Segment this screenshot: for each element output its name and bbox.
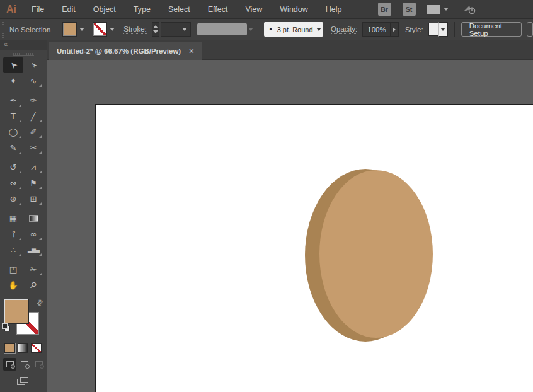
tool-width[interactable]: ∾	[3, 175, 23, 191]
document-setup-button[interactable]: Document Setup	[461, 22, 522, 37]
gradient-icon	[29, 215, 38, 222]
tool-symbol-sprayer[interactable]: ∴	[3, 242, 23, 258]
stroke-weight-dropdown[interactable]	[180, 22, 190, 37]
opacity-label[interactable]: Opacity:	[331, 25, 357, 34]
brush-definition-field[interactable]: • 3 pt. Round	[264, 22, 314, 37]
magic-wand-icon: ✦	[10, 77, 17, 85]
symbol-sprayer-icon: ∴	[11, 246, 16, 254]
screen-mode-button[interactable]	[17, 377, 30, 386]
column-graph-icon: ▂▅▃	[28, 247, 39, 253]
tool-mesh[interactable]: ▦	[3, 210, 23, 226]
stock-button[interactable]: St	[403, 3, 416, 16]
tool-shaper[interactable]: ✎	[3, 140, 23, 156]
menu-object[interactable]: Object	[84, 0, 125, 19]
toolbar-drag-handle[interactable]	[13, 53, 34, 56]
tool-column-graph[interactable]: ▂▅▃	[23, 242, 43, 258]
workspace-switcher[interactable]	[427, 5, 449, 14]
tool-gradient[interactable]	[23, 210, 43, 226]
bridge-button[interactable]: Br	[378, 3, 391, 16]
tools-panel: « ➤ ➢ ✦ ∿ ✒ ✑ T ╱ ◯ ✐	[0, 40, 47, 392]
chevron-down-icon	[444, 8, 449, 11]
style-dropdown[interactable]	[438, 22, 448, 37]
stroke-weight-stepper[interactable]	[152, 22, 159, 37]
swap-fill-stroke-icon[interactable]: ⇄	[34, 297, 45, 308]
menu-window[interactable]: Window	[271, 0, 316, 19]
stroke-color-swatch[interactable]	[93, 23, 106, 36]
ellipse-shape[interactable]	[319, 170, 433, 338]
tool-paintbrush[interactable]: ✐	[23, 124, 43, 140]
stroke-weight-label[interactable]: Stroke:	[123, 25, 146, 34]
tool-ellipse[interactable]: ◯	[3, 124, 23, 140]
menu-help[interactable]: Help	[317, 0, 351, 19]
line-segment-icon: ╱	[31, 112, 36, 120]
control-bar: No Selection Stroke: • 3 pt. Round Opaci…	[0, 19, 533, 40]
tool-slice[interactable]: ✁	[23, 262, 43, 277]
menu-edit[interactable]: Edit	[53, 0, 84, 19]
tool-rotate[interactable]: ↺	[3, 159, 23, 175]
tool-eyedropper[interactable]: ⊸	[3, 226, 23, 242]
type-icon: T	[11, 112, 16, 120]
fill-color-control[interactable]	[63, 22, 87, 37]
draw-behind-icon	[21, 361, 28, 367]
fill-indicator-swatch[interactable]	[4, 299, 28, 323]
tool-zoom[interactable]: ⚲	[23, 277, 43, 293]
opacity-slider-button[interactable]	[391, 22, 399, 37]
tool-shape-builder[interactable]: ⊕	[3, 191, 23, 207]
preferences-button-partial[interactable]	[527, 22, 533, 37]
fill-color-swatch[interactable]	[63, 23, 76, 36]
selection-status: No Selection	[9, 26, 50, 33]
app-logo: Ai	[0, 4, 23, 15]
tool-puppet-warp[interactable]: ⚑	[23, 175, 43, 191]
menu-file[interactable]: File	[23, 0, 53, 19]
opacity-input[interactable]: 100%	[362, 22, 390, 37]
toolbar-collapse-button[interactable]: «	[0, 40, 47, 50]
stepper-up-icon[interactable]	[153, 25, 158, 28]
stepper-down-icon[interactable]	[153, 30, 158, 33]
eyedropper-icon: ⊸	[9, 231, 18, 238]
menu-view[interactable]: View	[236, 0, 271, 19]
color-button[interactable]	[4, 343, 15, 353]
puppet-warp-icon: ⚑	[30, 179, 37, 187]
tool-lasso[interactable]: ∿	[23, 73, 43, 89]
tool-direct-selection[interactable]: ➢	[23, 57, 43, 73]
chevron-down-icon	[248, 28, 253, 31]
menu-select[interactable]: Select	[159, 0, 199, 19]
stroke-color-control[interactable]	[93, 22, 117, 37]
tool-scissors[interactable]: ✂	[23, 140, 43, 156]
none-button[interactable]	[31, 343, 42, 353]
draw-normal-button[interactable]	[3, 358, 16, 371]
tool-curvature[interactable]: ✑	[23, 93, 43, 108]
brush-definition-value: 3 pt. Round	[277, 26, 313, 33]
stroke-weight-select[interactable]	[161, 22, 191, 37]
document-tab-title: Untitled-2* @ 66.67% (RGB/Preview)	[57, 47, 181, 55]
gpu-performance-icon[interactable]	[462, 4, 476, 15]
menu-effect[interactable]: Effect	[199, 0, 237, 19]
menu-type[interactable]: Type	[125, 0, 159, 19]
tool-selection[interactable]: ➤	[3, 57, 23, 73]
default-fill-stroke-icon[interactable]	[2, 323, 10, 331]
lasso-icon: ∿	[30, 77, 37, 85]
draw-behind-button[interactable]	[18, 358, 31, 371]
stroke-dropdown-button[interactable]	[106, 22, 117, 37]
fill-dropdown-button[interactable]	[76, 22, 87, 37]
draw-inside-button[interactable]	[32, 358, 45, 371]
tool-magic-wand[interactable]: ✦	[3, 73, 23, 89]
gradient-button[interactable]	[18, 343, 28, 353]
rotate-icon: ↺	[10, 163, 17, 171]
brush-thumbnail-icon: •	[269, 25, 272, 34]
tool-perspective-grid[interactable]: ⊞	[23, 191, 43, 207]
tool-artboard[interactable]: ◰	[3, 262, 23, 277]
tool-scale[interactable]: ⊿	[23, 159, 43, 175]
close-icon[interactable]: ✕	[188, 47, 194, 55]
brush-definition-dropdown[interactable]	[314, 22, 323, 37]
menubar-divider	[360, 4, 360, 15]
color-mode-row	[4, 343, 47, 353]
tool-type[interactable]: T	[3, 108, 23, 124]
tool-blend[interactable]: ∞	[23, 226, 43, 242]
document-tab[interactable]: Untitled-2* @ 66.67% (RGB/Preview) ✕	[49, 42, 202, 60]
style-swatch[interactable]	[428, 23, 438, 36]
tool-pen[interactable]: ✒	[3, 93, 23, 108]
panel-grip[interactable]	[2, 21, 4, 38]
tool-line-segment[interactable]: ╱	[23, 108, 43, 124]
tool-hand[interactable]: ✋	[3, 277, 23, 293]
